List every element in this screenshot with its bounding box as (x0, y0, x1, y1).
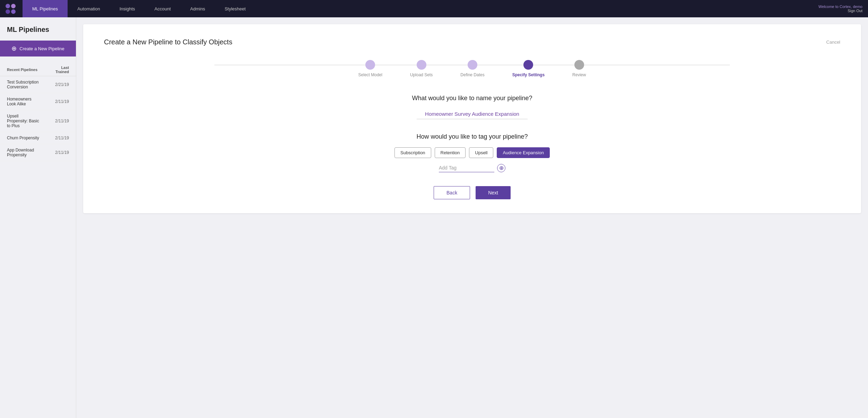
stepper-step-review: Review (572, 60, 586, 77)
stepper-dot (523, 60, 533, 70)
tag-audience-expansion[interactable]: Audience Expansion (497, 147, 550, 158)
stepper-label: Upload Sets (410, 72, 433, 77)
pipeline-date: 2/11/19 (46, 93, 76, 110)
stepper-step-specify-settings: Specify Settings (512, 60, 545, 77)
add-tag-row: ⊕ (104, 164, 840, 172)
nav-item-insights[interactable]: Insights (110, 0, 145, 17)
signout-link[interactable]: Sign Out (818, 9, 862, 13)
stepper-dot (417, 60, 426, 70)
pipeline-name: Churn Propensity (0, 132, 46, 144)
table-row[interactable]: App Download Propensity2/11/19 (0, 144, 76, 161)
sidebar-title: ML Pipelines (0, 26, 76, 41)
add-tag-button[interactable]: ⊕ (497, 164, 505, 172)
logo-icon (6, 4, 16, 14)
logo-circle-3 (6, 9, 10, 14)
tags-section: How would you like to tag your pipeline?… (104, 133, 840, 172)
nav-items: ML PipelinesAutomationInsightsAccountAdm… (23, 0, 818, 17)
table-row[interactable]: Upsell Propensity: Basic to Plus2/11/19 (0, 110, 76, 132)
logo-circle-4 (11, 9, 16, 14)
welcome-text: Welcome to Cortex, demo (818, 5, 862, 9)
nav-item-admins[interactable]: Admins (181, 0, 215, 17)
table-row[interactable]: Churn Propensity2/11/19 (0, 132, 76, 144)
stepper-dot (574, 60, 584, 70)
pipeline-name: Test Subscription Conversion (0, 76, 46, 93)
main-content: Create a New Pipeline to Classify Object… (76, 17, 868, 418)
pipeline-name-input[interactable] (417, 109, 528, 119)
user-info: Welcome to Cortex, demo Sign Out (818, 5, 862, 13)
tag-retention[interactable]: Retention (435, 147, 466, 158)
create-pipeline-label: Create a New Pipeline (19, 46, 64, 51)
name-question: What would you like to name your pipelin… (104, 95, 840, 102)
stepper-step-select-model: Select Model (358, 60, 382, 77)
next-button[interactable]: Next (476, 186, 511, 199)
top-navigation: ML PipelinesAutomationInsightsAccountAdm… (0, 0, 868, 17)
logo-circle-2 (11, 4, 16, 8)
pipeline-date: 2/11/19 (46, 144, 76, 161)
back-button[interactable]: Back (434, 186, 470, 199)
pipeline-name-section: What would you like to name your pipelin… (104, 95, 840, 119)
stepper-step-define-dates: Define Dates (460, 60, 484, 77)
tag-subscription[interactable]: Subscription (394, 147, 431, 158)
name-input-wrapper (104, 109, 840, 119)
stepper-items: Select Model Upload Sets Define Dates Sp… (358, 60, 586, 77)
pipeline-date: 2/21/19 (46, 76, 76, 93)
create-pipeline-card: Create a New Pipeline to Classify Object… (83, 24, 861, 213)
nav-item-ml-pipelines[interactable]: ML Pipelines (23, 0, 68, 17)
stepper-label: Select Model (358, 72, 382, 77)
tags-wrapper: SubscriptionRetentionUpsellAudience Expa… (104, 147, 840, 158)
pipeline-name: App Download Propensity (0, 144, 46, 161)
pipeline-date: 2/11/19 (46, 132, 76, 144)
table-row[interactable]: Homeowners Look Alike2/11/19 (0, 93, 76, 110)
stepper-step-upload-sets: Upload Sets (410, 60, 433, 77)
stepper-dot (468, 60, 477, 70)
stepper: Select Model Upload Sets Define Dates Sp… (104, 60, 840, 77)
pipeline-name: Upsell Propensity: Basic to Plus (0, 110, 46, 132)
card-header: Create a New Pipeline to Classify Object… (104, 38, 840, 46)
add-tag-input[interactable] (439, 164, 494, 172)
sidebar: ML Pipelines ⊕ Create a New Pipeline Rec… (0, 17, 76, 418)
plus-icon: ⊕ (11, 45, 17, 52)
pipeline-name: Homeowners Look Alike (0, 93, 46, 110)
nav-item-automation[interactable]: Automation (68, 0, 110, 17)
nav-item-account[interactable]: Account (145, 0, 181, 17)
create-pipeline-button[interactable]: ⊕ Create a New Pipeline (0, 41, 76, 56)
tag-upsell[interactable]: Upsell (469, 147, 493, 158)
card-title: Create a New Pipeline to Classify Object… (104, 38, 232, 46)
stepper-label: Review (572, 72, 586, 77)
logo-circle-1 (6, 4, 10, 8)
nav-item-stylesheet[interactable]: Stylesheet (215, 0, 255, 17)
pipeline-col-header: Recent Pipelines (0, 63, 46, 76)
pipelines-table: Recent Pipelines Last Trained Test Subsc… (0, 63, 76, 161)
stepper-label: Define Dates (460, 72, 484, 77)
stepper-dot (365, 60, 375, 70)
logo (6, 4, 16, 14)
tag-question: How would you like to tag your pipeline? (104, 133, 840, 140)
cancel-button[interactable]: Cancel (826, 40, 840, 45)
pipeline-date: 2/11/19 (46, 110, 76, 132)
plus-circle-icon: ⊕ (499, 165, 504, 171)
last-trained-col-header: Last Trained (46, 63, 76, 76)
stepper-label: Specify Settings (512, 72, 545, 77)
table-row[interactable]: Test Subscription Conversion2/21/19 (0, 76, 76, 93)
action-buttons: Back Next (104, 186, 840, 199)
